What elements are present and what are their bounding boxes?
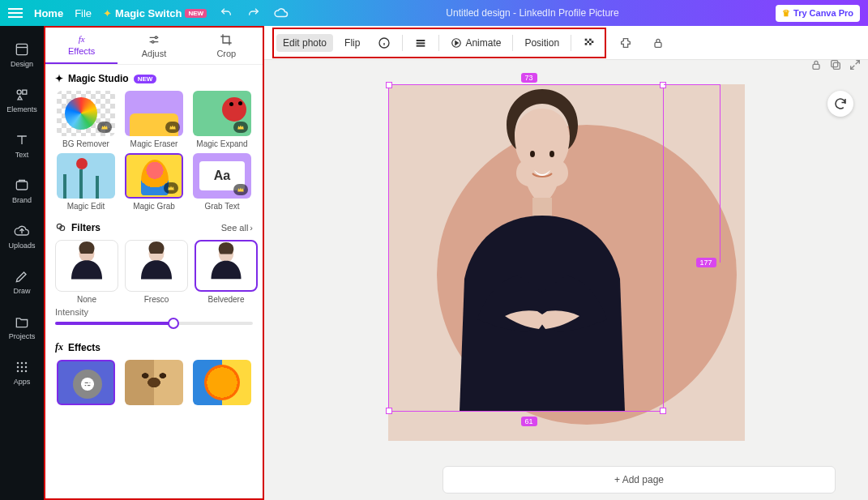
tab-adjust[interactable]: Adjust <box>118 28 190 64</box>
tab-effects[interactable]: fx Effects <box>45 28 118 64</box>
svg-point-7 <box>17 365 19 368</box>
tool-magic-grab[interactable]: Magic Grab <box>123 153 185 211</box>
tool-magic-eraser[interactable]: Magic Eraser <box>123 91 185 148</box>
measure-bottom: 61 <box>521 417 537 426</box>
rail-design[interactable]: Design <box>0 34 44 75</box>
topbar: Home File ✦ Magic Switch NEW Untitled de… <box>0 0 868 26</box>
context-toolbar: Edit photo Flip Animate Position <box>264 26 868 60</box>
effects-icon: fx <box>79 34 85 44</box>
filter-belvedere[interactable]: Belvedere <box>195 240 258 304</box>
flip-button[interactable]: Flip <box>338 34 366 52</box>
add-page-button[interactable]: + Add page <box>443 466 836 494</box>
rail-text[interactable]: Text <box>0 125 44 165</box>
crop-icon <box>220 33 233 46</box>
crown-icon <box>164 182 178 194</box>
tool-magic-expand[interactable]: Magic Expand <box>191 91 253 148</box>
edit-panel: fx Effects Adjust Crop ✦ Magic Studio NE… <box>44 26 264 500</box>
svg-rect-2 <box>23 90 27 94</box>
effect-3[interactable] <box>191 360 253 405</box>
intensity-label: Intensity <box>55 307 253 317</box>
see-all-button[interactable]: See all › <box>221 223 253 233</box>
rail-elements[interactable]: Elements <box>0 79 44 120</box>
svg-point-5 <box>21 361 24 364</box>
svg-point-11 <box>21 370 24 372</box>
svg-rect-31 <box>655 42 661 47</box>
svg-rect-23 <box>417 45 425 46</box>
sparkle-icon: ✦ <box>55 73 63 84</box>
svg-rect-21 <box>417 40 425 41</box>
rail-uploads[interactable]: Uploads <box>0 216 44 256</box>
topbar-right: ♛ Try Canva Pro <box>776 5 860 22</box>
magic-studio-title: Magic Studio <box>68 73 129 84</box>
copy-style-icon[interactable] <box>613 33 639 53</box>
svg-rect-3 <box>16 182 27 190</box>
svg-point-4 <box>17 361 19 364</box>
fx-icon: fx <box>55 341 63 353</box>
svg-rect-22 <box>417 42 425 44</box>
svg-point-9 <box>25 365 28 368</box>
chevron-right-icon: › <box>250 223 253 233</box>
svg-point-12 <box>25 370 28 372</box>
animate-icon <box>451 37 462 49</box>
align-icon[interactable] <box>408 33 434 53</box>
sliders-icon <box>148 33 160 46</box>
redo-icon[interactable] <box>246 5 262 21</box>
animate-button[interactable]: Animate <box>444 34 507 52</box>
transparency-icon[interactable] <box>576 33 602 53</box>
crown-icon <box>233 184 248 195</box>
home-link[interactable]: Home <box>34 7 63 19</box>
effects-section: fx Effects <box>45 333 263 408</box>
undo-icon[interactable] <box>218 5 234 21</box>
panel-tabs: fx Effects Adjust Crop <box>45 28 263 65</box>
selection-box[interactable] <box>388 84 664 412</box>
design-page[interactable]: 73 177 61 <box>388 84 745 441</box>
document-title[interactable]: Untitled design - LinkedIn Profile Pictu… <box>289 7 776 19</box>
lock-icon[interactable] <box>645 33 671 53</box>
magic-switch-button[interactable]: ✦ Magic Switch NEW <box>103 7 207 19</box>
crown-icon <box>233 122 248 133</box>
position-button[interactable]: Position <box>518 34 566 52</box>
rail-projects[interactable]: Projects <box>0 306 44 347</box>
measure-top: 73 <box>521 73 537 83</box>
rail-brand[interactable]: Brand <box>0 170 44 211</box>
svg-point-10 <box>17 370 19 372</box>
svg-point-14 <box>152 41 154 43</box>
magic-studio-section: ✦ Magic Studio NEW BG Remover <box>45 65 263 214</box>
svg-rect-28 <box>592 41 594 43</box>
rail-apps[interactable]: Apps <box>0 352 44 392</box>
hamburger-icon[interactable] <box>8 12 23 14</box>
edit-photo-button[interactable]: Edit photo <box>276 34 333 52</box>
filter-fresco[interactable]: Fresco <box>125 240 188 304</box>
svg-point-6 <box>25 361 28 364</box>
intensity-slider[interactable] <box>55 322 253 325</box>
tool-bg-remover[interactable]: BG Remover <box>55 91 117 148</box>
topbar-left: Home File ✦ Magic Switch NEW <box>8 5 289 21</box>
svg-rect-0 <box>16 44 27 54</box>
info-icon[interactable] <box>371 33 397 53</box>
effect-2[interactable] <box>123 360 185 405</box>
svg-point-1 <box>17 90 21 94</box>
filters-section: Filters See all › None Fresco <box>45 214 263 307</box>
svg-rect-30 <box>589 43 592 45</box>
svg-point-8 <box>21 365 24 368</box>
side-rail: Design Elements Text Brand Uploads Draw … <box>0 26 44 500</box>
guide-right <box>664 84 720 263</box>
tab-crop[interactable]: Crop <box>190 28 263 64</box>
effects-title: Effects <box>68 342 100 353</box>
toolbar-highlight: Edit photo Flip Animate Position <box>272 28 606 58</box>
cloud-sync-icon[interactable] <box>273 5 289 21</box>
new-badge: NEW <box>134 75 157 83</box>
svg-rect-26 <box>589 38 592 41</box>
try-pro-button[interactable]: ♛ Try Canva Pro <box>776 5 860 22</box>
new-badge: NEW <box>185 9 207 18</box>
intensity-slider-wrap: Intensity <box>45 307 263 333</box>
crown-icon: ♛ <box>782 8 790 19</box>
file-link[interactable]: File <box>75 7 92 19</box>
canvas-viewport[interactable]: 73 177 61 <box>264 60 868 459</box>
effect-1[interactable] <box>55 360 117 405</box>
tool-grab-text[interactable]: Aa Grab Text <box>191 153 253 211</box>
filters-title: Filters <box>71 222 100 233</box>
tool-magic-edit[interactable]: Magic Edit <box>55 153 117 211</box>
rail-draw[interactable]: Draw <box>0 261 44 301</box>
filter-none[interactable]: None <box>55 240 118 304</box>
